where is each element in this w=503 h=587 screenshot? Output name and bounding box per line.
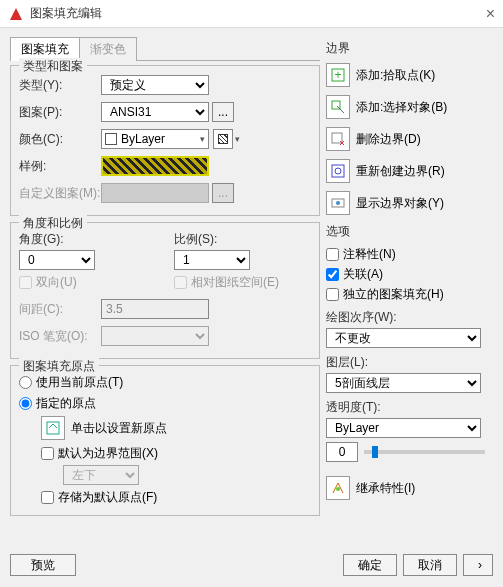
transparency-select[interactable]: ByLayer	[326, 418, 481, 438]
group-angle-scale: 角度和比例 角度(G): 0 比例(S): 1 双向(U) 相对图纸空间(E) …	[10, 222, 320, 359]
iso-select	[101, 326, 209, 346]
chevron-down-icon: ▾	[200, 134, 205, 144]
rel-paper-label: 相对图纸空间(E)	[191, 274, 279, 291]
svg-rect-5	[332, 165, 344, 177]
layer-select[interactable]: 5剖面线层	[326, 373, 481, 393]
use-current-radio[interactable]	[19, 376, 32, 389]
iso-label: ISO 笔宽(O):	[19, 328, 101, 345]
svg-point-8	[336, 201, 340, 205]
scale-label: 比例(S):	[174, 231, 311, 248]
footer: 预览 确定 取消 ›	[0, 548, 503, 582]
svg-point-9	[336, 487, 340, 491]
recreate-boundary-button[interactable]	[326, 159, 350, 183]
custom-pattern-field	[101, 183, 209, 203]
position-select: 左下	[63, 465, 139, 485]
group-type-pattern: 类型和图案 类型(Y): 预定义 图案(P): ANSI31 ... 颜色(C)…	[10, 65, 320, 216]
right-panel: 边界 +添加:拾取点(K) 添加:选择对象(B) 删除边界(D) 重新创建边界(…	[320, 36, 485, 544]
scale-select[interactable]: 1	[174, 250, 250, 270]
type-select[interactable]: 预定义	[101, 75, 209, 95]
custom-pattern-label: 自定义图案(M):	[19, 185, 101, 202]
add-select-button[interactable]	[326, 95, 350, 119]
show-boundary-button[interactable]	[326, 191, 350, 215]
transparency-slider[interactable]	[364, 450, 485, 454]
recreate-label: 重新创建边界(R)	[356, 163, 445, 180]
rel-paper-checkbox	[174, 276, 187, 289]
specified-label: 指定的原点	[36, 395, 96, 412]
pattern-label: 图案(P):	[19, 104, 101, 121]
bidir-label: 双向(U)	[36, 274, 77, 291]
window-title: 图案填充编辑	[30, 5, 102, 22]
store-default-label: 存储为默认原点(F)	[58, 489, 157, 506]
group-title: 图案填充原点	[19, 358, 99, 375]
inherit-label: 继承特性(I)	[356, 480, 415, 497]
app-logo	[8, 6, 24, 22]
close-icon[interactable]: ×	[486, 5, 495, 23]
annotative-label: 注释性(N)	[343, 246, 396, 263]
store-default-checkbox[interactable]	[41, 491, 54, 504]
angle-label: 角度(G):	[19, 231, 156, 248]
group-origin: 图案填充原点 使用当前原点(T) 指定的原点 单击以设置新原点 默认为边界范围(…	[10, 365, 320, 516]
default-bound-label: 默认为边界范围(X)	[58, 445, 158, 462]
associative-checkbox[interactable]	[326, 268, 339, 281]
spacing-input	[101, 299, 209, 319]
annotative-checkbox[interactable]	[326, 248, 339, 261]
color-value: ByLayer	[121, 132, 165, 146]
pattern-browse-button[interactable]: ...	[212, 102, 234, 122]
add-pick-label: 添加:拾取点(K)	[356, 67, 435, 84]
cancel-button[interactable]: 取消	[403, 554, 457, 576]
boundary-title: 边界	[326, 40, 485, 57]
remove-boundary-button[interactable]	[326, 127, 350, 151]
associative-label: 关联(A)	[343, 266, 383, 283]
chevron-down-icon: ▾	[235, 134, 240, 144]
color-select[interactable]: ByLayer ▾	[101, 129, 209, 149]
spacing-label: 间距(C):	[19, 301, 101, 318]
tab-gradient[interactable]: 渐变色	[79, 37, 137, 61]
color-label: 颜色(C):	[19, 131, 101, 148]
specified-radio[interactable]	[19, 397, 32, 410]
content-area: 图案填充 渐变色 类型和图案 类型(Y): 预定义 图案(P): ANSI31 …	[0, 28, 503, 548]
pattern-sample[interactable]	[101, 156, 209, 176]
default-bound-checkbox[interactable]	[41, 447, 54, 460]
ok-button[interactable]: 确定	[343, 554, 397, 576]
show-bound-label: 显示边界对象(Y)	[356, 195, 444, 212]
options-title: 选项	[326, 223, 485, 240]
svg-text:+: +	[334, 68, 341, 82]
draw-order-select[interactable]: 不更改	[326, 328, 481, 348]
use-current-label: 使用当前原点(T)	[36, 374, 123, 391]
add-select-label: 添加:选择对象(B)	[356, 99, 447, 116]
remove-label: 删除边界(D)	[356, 131, 421, 148]
set-origin-button[interactable]	[41, 416, 65, 440]
bidir-checkbox	[19, 276, 32, 289]
preview-button[interactable]: 预览	[10, 554, 76, 576]
angle-select[interactable]: 0	[19, 250, 95, 270]
inherit-button[interactable]	[326, 476, 350, 500]
add-pick-button[interactable]: +	[326, 63, 350, 87]
titlebar: 图案填充编辑 ×	[0, 0, 503, 28]
group-title: 类型和图案	[19, 58, 87, 75]
layer-label: 图层(L):	[326, 354, 485, 371]
left-panel: 图案填充 渐变色 类型和图案 类型(Y): 预定义 图案(P): ANSI31 …	[10, 36, 320, 544]
transparency-value-input[interactable]	[326, 442, 358, 462]
custom-browse-button: ...	[212, 183, 234, 203]
color-swatch-icon	[105, 133, 117, 145]
sample-label: 样例:	[19, 158, 101, 175]
transparency-label: 透明度(T):	[326, 399, 485, 416]
group-title: 角度和比例	[19, 215, 87, 232]
independent-checkbox[interactable]	[326, 288, 339, 301]
independent-label: 独立的图案填充(H)	[343, 286, 444, 303]
bg-color-button[interactable]	[213, 129, 233, 149]
pattern-select[interactable]: ANSI31	[101, 102, 209, 122]
click-set-label: 单击以设置新原点	[71, 420, 167, 437]
draw-order-label: 绘图次序(W):	[326, 309, 485, 326]
svg-point-6	[335, 168, 341, 174]
expand-button[interactable]: ›	[463, 554, 493, 576]
type-label: 类型(Y):	[19, 77, 101, 94]
